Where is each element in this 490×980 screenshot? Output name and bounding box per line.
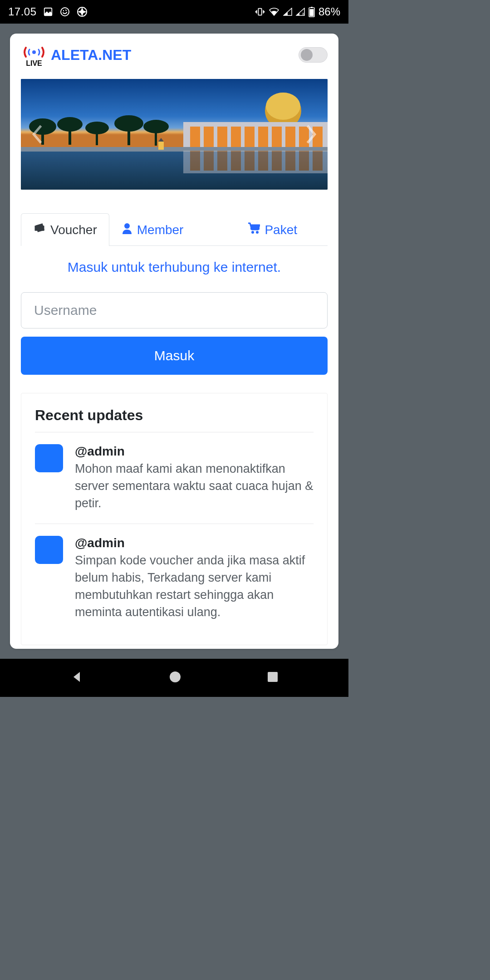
tab-label: Voucher bbox=[50, 223, 97, 237]
login-submit-button[interactable]: Masuk bbox=[21, 337, 328, 375]
ticket-icon bbox=[33, 222, 46, 238]
signal-1-icon bbox=[283, 8, 292, 16]
login-heading: Masuk untuk terhubung ke internet. bbox=[21, 260, 328, 275]
svg-rect-18 bbox=[231, 127, 241, 149]
battery-percent: 86% bbox=[318, 5, 340, 18]
svg-rect-33 bbox=[127, 123, 130, 145]
svg-rect-3 bbox=[258, 9, 261, 15]
update-text: Mohon maaf kami akan menonaktifkan serve… bbox=[75, 461, 314, 512]
nav-recents-button[interactable] bbox=[267, 671, 279, 685]
toggle-knob bbox=[301, 49, 313, 61]
main-card: LIVE ALETA.NET bbox=[10, 34, 338, 649]
svg-point-51 bbox=[251, 231, 254, 234]
cart-icon bbox=[247, 222, 260, 237]
svg-rect-47 bbox=[158, 142, 164, 150]
svg-rect-43 bbox=[272, 151, 282, 171]
android-nav-bar bbox=[0, 659, 348, 697]
update-item: @admin Simpan kode voucher anda jika mas… bbox=[35, 536, 314, 632]
svg-rect-35 bbox=[155, 127, 157, 146]
vibrate-icon bbox=[255, 7, 265, 17]
svg-rect-22 bbox=[285, 127, 295, 149]
whatsapp-icon bbox=[59, 6, 70, 17]
carousel-prev-button[interactable] bbox=[29, 123, 44, 145]
svg-rect-46 bbox=[313, 151, 323, 171]
update-author: @admin bbox=[75, 444, 314, 459]
svg-rect-15 bbox=[190, 127, 200, 149]
tab-label: Member bbox=[137, 223, 184, 237]
update-author: @admin bbox=[75, 536, 314, 550]
svg-rect-50 bbox=[250, 225, 260, 230]
avatar bbox=[35, 536, 63, 564]
nav-back-button[interactable] bbox=[70, 670, 83, 686]
svg-rect-31 bbox=[96, 128, 98, 145]
tab-voucher[interactable]: Voucher bbox=[21, 213, 109, 246]
nav-home-button[interactable] bbox=[168, 670, 182, 686]
update-text: Simpan kode voucher anda jika masa aktif… bbox=[75, 552, 314, 621]
signal-2-icon: x bbox=[296, 8, 305, 16]
svg-point-49 bbox=[124, 223, 130, 229]
recent-updates-card: Recent updates @admin Mohon maaf kami ak… bbox=[21, 393, 328, 645]
svg-rect-40 bbox=[231, 151, 241, 171]
battery-icon bbox=[309, 6, 315, 17]
status-time: 17.05 bbox=[8, 5, 37, 18]
svg-point-53 bbox=[170, 671, 181, 682]
recent-updates-title: Recent updates bbox=[35, 407, 314, 432]
svg-point-8 bbox=[32, 50, 36, 54]
update-item: @admin Mohon maaf kami akan menonaktifka… bbox=[35, 444, 314, 524]
svg-rect-48 bbox=[35, 225, 44, 231]
svg-rect-16 bbox=[204, 127, 214, 149]
svg-rect-20 bbox=[258, 127, 268, 149]
camera-aperture-icon bbox=[77, 6, 88, 17]
svg-rect-29 bbox=[69, 124, 71, 145]
svg-rect-45 bbox=[299, 151, 309, 171]
svg-rect-44 bbox=[285, 151, 295, 171]
svg-rect-54 bbox=[268, 672, 278, 682]
svg-rect-7 bbox=[309, 9, 314, 16]
svg-rect-37 bbox=[190, 151, 200, 171]
carousel-next-button[interactable] bbox=[304, 123, 319, 145]
svg-rect-38 bbox=[204, 151, 214, 171]
svg-rect-17 bbox=[217, 127, 227, 149]
svg-text:LIVE: LIVE bbox=[26, 59, 42, 67]
user-icon bbox=[122, 222, 132, 237]
tab-label: Paket bbox=[265, 223, 297, 237]
svg-rect-6 bbox=[311, 7, 313, 8]
page-content: LIVE ALETA.NET bbox=[0, 24, 348, 659]
login-tabs: Voucher Member Paket bbox=[21, 213, 328, 246]
dark-mode-toggle[interactable] bbox=[299, 47, 328, 63]
svg-rect-19 bbox=[245, 127, 255, 149]
svg-rect-21 bbox=[272, 127, 282, 149]
brand-title: ALETA.NET bbox=[51, 47, 131, 64]
avatar bbox=[35, 444, 63, 472]
hero-carousel[interactable] bbox=[21, 79, 328, 190]
svg-rect-39 bbox=[217, 151, 227, 171]
tab-paket[interactable]: Paket bbox=[235, 213, 309, 246]
brand-logo-icon: LIVE bbox=[21, 43, 47, 67]
svg-point-1 bbox=[61, 8, 69, 16]
svg-rect-42 bbox=[258, 151, 268, 171]
android-status-bar: 17.05 x 86% bbox=[0, 0, 348, 24]
image-icon bbox=[43, 7, 53, 17]
tab-member[interactable]: Member bbox=[109, 213, 196, 246]
wifi-icon bbox=[269, 7, 279, 16]
svg-text:x: x bbox=[302, 11, 304, 16]
brand: LIVE ALETA.NET bbox=[21, 43, 131, 67]
svg-point-52 bbox=[256, 231, 259, 234]
svg-point-13 bbox=[266, 93, 300, 120]
svg-rect-41 bbox=[245, 151, 255, 171]
username-input[interactable] bbox=[21, 292, 328, 328]
